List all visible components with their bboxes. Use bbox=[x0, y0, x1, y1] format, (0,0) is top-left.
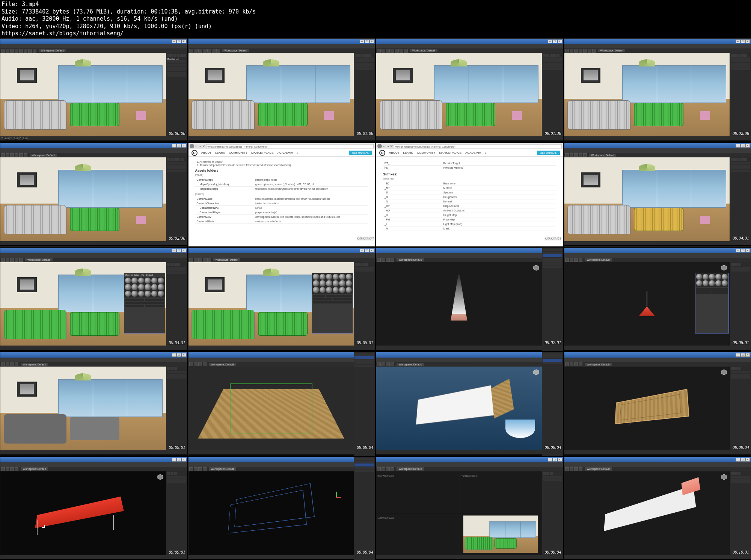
window-titlebar: –□× bbox=[0, 39, 187, 44]
thumb-10-lamp: –□× Workspace: Default 09:07:01 bbox=[376, 248, 563, 352]
svg-marker-4 bbox=[157, 474, 163, 480]
lamp-cone bbox=[442, 275, 475, 320]
suffixes-table: _BCBase color _MTMetallic _SSpecular _RR… bbox=[383, 181, 556, 231]
viewcube-icon[interactable] bbox=[721, 264, 727, 271]
viewcube-icon[interactable] bbox=[157, 474, 164, 480]
workspace-selector[interactable]: Workspace: Default bbox=[39, 49, 66, 52]
thumb-1: –□× Workspace: Default 09:01:08 bbox=[188, 38, 376, 142]
viewcube-icon[interactable] bbox=[533, 369, 540, 376]
viewcube-icon[interactable] bbox=[533, 264, 540, 271]
wall-picture bbox=[17, 68, 37, 83]
address-bar[interactable]: wiki.unrealengine.com/Assets_Naming_Conv… bbox=[206, 144, 374, 148]
viewport[interactable] bbox=[0, 53, 166, 137]
minimize-icon: – bbox=[172, 39, 176, 43]
thumb-2: –□× Workspace: Default 09:01:38 bbox=[376, 38, 563, 142]
thumb-14-geo: –□× Workspace: Default 09:09:04 bbox=[376, 352, 563, 456]
scene-explorer[interactable] bbox=[542, 248, 563, 351]
quad-viewport[interactable]: [Top][Wireframe] [Front][Wireframe] [Lef… bbox=[376, 471, 542, 555]
thumb-5-browser: ←→⟳wiki.unrealengine.com/Assets_Naming_C… bbox=[188, 143, 376, 247]
timestamp: 09:00:08 bbox=[169, 131, 185, 136]
thumb-11-lamp: –□× Workspace: Default 09:08:01 bbox=[564, 248, 751, 352]
menu-bar[interactable] bbox=[0, 44, 187, 48]
file-audio: Audio: aac, 32000 Hz, 1 channels, s16, 5… bbox=[2, 15, 749, 23]
lamp-small bbox=[639, 291, 655, 317]
material-editor[interactable]: Material Editor - 01 - Default bbox=[124, 273, 165, 334]
close-icon: × bbox=[182, 39, 186, 43]
material-editor[interactable] bbox=[312, 273, 353, 334]
file-video: Video: h264, yuv420p, 1280x720, 910 kb/s… bbox=[2, 23, 749, 30]
command-panel[interactable]: Modifier List bbox=[166, 53, 187, 137]
status-bar: X:0.0Y:0.0Z:0.0 bbox=[0, 136, 187, 140]
shelf-unit bbox=[564, 471, 730, 555]
file-info-header: File: 3.mp4 Size: 77338402 bytes (73.76 … bbox=[0, 0, 751, 38]
svg-marker-3 bbox=[721, 370, 727, 375]
sofa-right bbox=[70, 103, 119, 126]
transform-gizmo[interactable] bbox=[622, 418, 633, 429]
thumb-6-browser: ←→⟳wiki.unrealengine.com/Assets_Naming_C… bbox=[376, 143, 563, 247]
thumb-15-shelf: –□× Workspace: Default 09:09:04 bbox=[564, 352, 751, 456]
wire-box bbox=[189, 471, 354, 555]
viewcube-icon[interactable] bbox=[721, 474, 727, 480]
maximize-icon: □ bbox=[177, 39, 181, 43]
geometry-view bbox=[376, 367, 542, 450]
thumb-19-whiteshelf: –□× Workspace: Default 09:19:01 bbox=[564, 457, 751, 560]
thumb-9: –□× Workspace: Default 09:05:01 bbox=[188, 248, 376, 352]
material-editor[interactable] bbox=[695, 273, 729, 334]
thumb-4: –□× Workspace: Default 09:02:38 bbox=[0, 143, 187, 247]
thumb-0: –□× Workspace: Default Modifier List X:0… bbox=[0, 38, 187, 142]
thumb-12-render: –□× Workspace: Default 09:09:01 bbox=[0, 352, 187, 456]
svg-marker-5 bbox=[721, 474, 727, 480]
search-icon[interactable]: ⌕ bbox=[485, 151, 487, 154]
main-toolbar[interactable]: Workspace: Default bbox=[0, 48, 187, 53]
thumb-8: –□× Workspace: Default Material Editor -… bbox=[0, 248, 187, 352]
svg-marker-2 bbox=[533, 370, 538, 375]
shelf-view bbox=[564, 367, 730, 450]
sofa-left bbox=[4, 100, 66, 130]
thumb-13-floor: –□× Workspace: Default 09:09:04 bbox=[188, 352, 376, 456]
thumb-7: –□× Workspace: Default 09:04:01 bbox=[564, 143, 751, 247]
viewcube-icon[interactable] bbox=[721, 369, 727, 376]
thumb-18-quad: –□× Workspace: Default [Top][Wireframe] … bbox=[376, 457, 563, 560]
window-controls[interactable]: –□× bbox=[172, 39, 186, 43]
transform-gizmo[interactable] bbox=[332, 492, 341, 501]
get-unreal-button[interactable]: GET UNREAL bbox=[349, 151, 372, 155]
doc-content: All names in EnglishAll asset dependenci… bbox=[189, 157, 375, 246]
pivot-anchor[interactable] bbox=[42, 525, 45, 528]
file-url[interactable]: https://sanet.st/blogs/tutorialseng/ bbox=[2, 30, 124, 37]
thumb-16-redtable: –□× Workspace: Default 09:09:01 bbox=[0, 457, 187, 560]
svg-marker-0 bbox=[533, 265, 538, 270]
ue-logo-icon: U bbox=[192, 150, 198, 156]
search-icon[interactable]: ⌕ bbox=[297, 151, 299, 154]
file-name: File: 3.mp4 bbox=[2, 1, 749, 8]
thumb-3: –□× Workspace: Default 09:02:08 bbox=[564, 38, 751, 142]
floor-plan bbox=[189, 367, 354, 450]
thumbnail-grid: –□× Workspace: Default Modifier List X:0… bbox=[0, 38, 751, 560]
table-selected bbox=[0, 471, 166, 555]
thumb-17-wirebox: –□× Workspace: Default 09:09:04 bbox=[188, 457, 376, 560]
file-size: Size: 77338402 bytes (73.76 MiB), durati… bbox=[2, 8, 749, 16]
browser-chrome[interactable]: ←→⟳wiki.unrealengine.com/Assets_Naming_C… bbox=[189, 143, 375, 149]
folders-table: Content\Mapsparent maps folder Maps\Epis… bbox=[195, 178, 368, 191]
ue-nav[interactable]: U ABOUT LEARN COMMUNITY MARKETPLACE ACAD… bbox=[189, 149, 375, 157]
svg-marker-1 bbox=[721, 265, 727, 270]
